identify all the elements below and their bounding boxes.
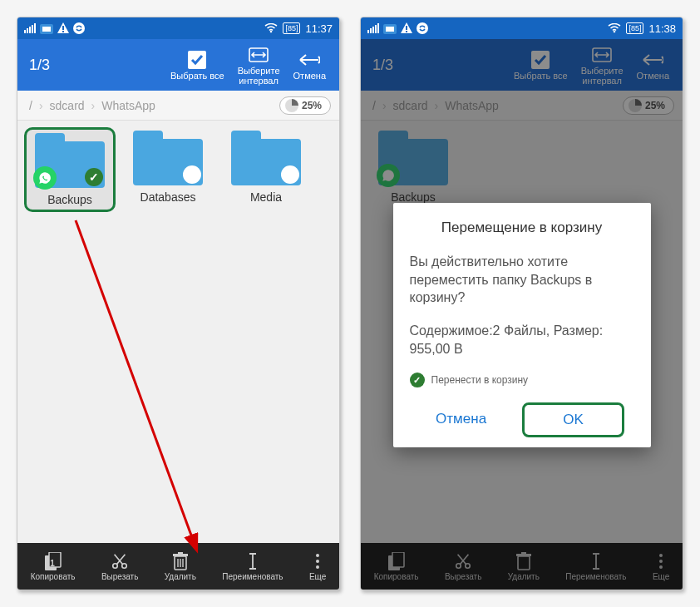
warning-icon: [401, 22, 412, 34]
more-button[interactable]: Еще: [309, 552, 326, 581]
status-time: 11:38: [648, 22, 676, 35]
svg-rect-20: [173, 554, 188, 556]
svg-rect-36: [406, 26, 407, 30]
svg-rect-33: [377, 23, 379, 33]
battery-level: 85: [631, 24, 639, 32]
select-range-label: Выберите интервал: [238, 66, 280, 86]
status-bar: [85] 11:37: [17, 17, 339, 39]
folder-label: Backups: [47, 193, 92, 206]
dialog-cancel-button[interactable]: Отмена: [419, 402, 503, 437]
svg-point-9: [73, 22, 85, 34]
folder-grid: Backups Databases Media: [17, 121, 339, 543]
selection-check-icon: [85, 168, 103, 186]
wifi-icon: [608, 23, 621, 33]
warning-icon: [57, 22, 69, 34]
svg-rect-31: [372, 27, 374, 33]
trash-icon: [172, 552, 189, 570]
crumb-root[interactable]: /: [26, 99, 36, 112]
app-icon: [383, 22, 397, 34]
scissors-icon: [111, 552, 129, 570]
svg-rect-30: [370, 28, 372, 33]
back-icon: [298, 53, 320, 67]
svg-rect-2: [29, 27, 31, 33]
trash-option-label: Перенести в корзину: [431, 374, 529, 386]
svg-rect-8: [62, 31, 64, 32]
svg-point-39: [614, 31, 616, 33]
pie-icon: [285, 99, 298, 112]
select-range-button[interactable]: Выберите интервал: [231, 39, 287, 91]
more-icon: [315, 552, 320, 570]
svg-point-26: [316, 554, 319, 557]
svg-line-13: [76, 220, 196, 549]
storage-percent: 25%: [302, 100, 322, 111]
cancel-button[interactable]: Отмена: [287, 39, 333, 91]
phone-left: [85] 11:37 1/3 Выбрать все Выберите инте…: [17, 17, 340, 590]
folder-label: Media: [250, 190, 282, 204]
signal-icon: [367, 23, 379, 33]
folder-media[interactable]: Media: [220, 127, 312, 207]
cut-button[interactable]: Вырезать: [101, 552, 138, 581]
dialog-message: Вы действительно хотите переместить папк…: [410, 253, 634, 307]
move-to-trash-option[interactable]: ✓ Перенести в корзину: [410, 373, 634, 387]
svg-rect-6: [42, 27, 51, 32]
battery-level: 85: [288, 24, 296, 32]
svg-rect-3: [32, 25, 33, 33]
select-all-button[interactable]: Выбрать все: [164, 39, 231, 91]
rename-label: Переименовать: [222, 572, 283, 581]
breadcrumb: / › sdcard › WhatsApp 25%: [17, 91, 339, 121]
svg-rect-0: [24, 30, 26, 33]
svg-rect-21: [178, 552, 183, 554]
svg-rect-32: [375, 25, 377, 33]
dialog-title: Перемещение в корзину: [410, 220, 634, 236]
copy-icon: 1: [45, 552, 62, 570]
rename-icon: [245, 552, 260, 570]
sync-icon: [73, 22, 85, 34]
storage-indicator[interactable]: 25%: [279, 96, 331, 115]
folder-label: Databases: [140, 190, 196, 204]
chevron-right-icon: ›: [88, 99, 99, 112]
delete-label: Удалить: [165, 572, 196, 581]
copy-button[interactable]: 1 Копировать: [31, 552, 76, 581]
svg-rect-7: [62, 26, 64, 30]
sync-icon: [417, 22, 428, 34]
cut-label: Вырезать: [101, 572, 138, 581]
svg-text:1: 1: [50, 559, 55, 568]
status-bar: [85] 11:38: [361, 17, 683, 39]
svg-rect-1: [27, 28, 28, 33]
phone-right: [85] 11:38 1/3 Выбрать все Выберите инте…: [360, 17, 683, 590]
status-time: 11:37: [305, 22, 333, 35]
battery-icon: [85]: [626, 22, 643, 34]
wifi-icon: [264, 23, 278, 33]
selection-toolbar: 1/3 Выбрать все Выберите интервал Отмена: [17, 39, 339, 91]
svg-point-38: [417, 22, 428, 34]
more-label: Еще: [309, 572, 326, 581]
svg-rect-29: [367, 30, 369, 33]
app-icon: [40, 22, 53, 34]
svg-rect-4: [34, 23, 36, 33]
dialog-ok-button[interactable]: OK: [522, 402, 624, 437]
annotation-arrow: [67, 212, 217, 561]
selection-dot: [281, 165, 299, 184]
dialog-details: Содержимое:2 Файлы, Размер: 955,00 B: [410, 322, 634, 358]
range-icon: [248, 47, 269, 63]
svg-point-28: [316, 565, 319, 569]
check-circle-icon: ✓: [410, 373, 425, 387]
rename-button[interactable]: Переименовать: [222, 552, 283, 581]
crumb-whatsapp[interactable]: WhatsApp: [98, 99, 159, 112]
check-icon: [188, 51, 206, 69]
copy-label: Копировать: [31, 572, 76, 581]
svg-point-27: [316, 560, 319, 563]
svg-rect-37: [406, 31, 407, 32]
selection-dot: [183, 165, 201, 184]
crumb-sdcard[interactable]: sdcard: [47, 99, 88, 112]
bottom-toolbar: 1 Копировать Вырезать Удалить Переименов…: [17, 543, 339, 590]
signal-icon: [24, 23, 36, 33]
whatsapp-badge-icon: [33, 166, 57, 190]
cancel-label: Отмена: [293, 71, 326, 81]
selection-count: 1/3: [29, 57, 164, 74]
delete-confirm-dialog: Перемещение в корзину Вы действительно х…: [393, 203, 651, 447]
folder-backups[interactable]: Backups: [24, 127, 116, 212]
folder-databases[interactable]: Databases: [122, 127, 214, 207]
battery-icon: [85]: [283, 22, 300, 34]
delete-button[interactable]: Удалить: [165, 552, 196, 581]
